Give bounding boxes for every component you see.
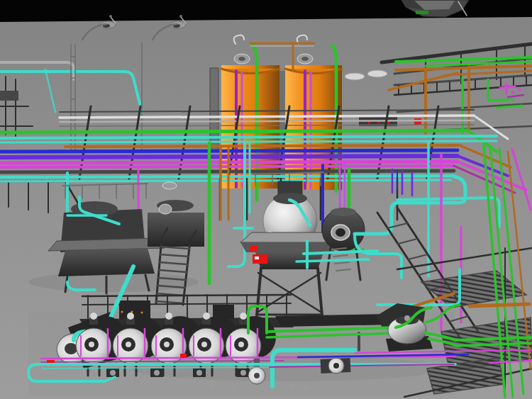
- sight-hole: [336, 228, 345, 237]
- copper-bottom-run: [470, 304, 529, 306]
- pipe-copper-main: [65, 145, 460, 147]
- plant-3d-viewport: [0, 0, 532, 399]
- dome-cap: [162, 182, 177, 189]
- pipe-cyan-main-2: [0, 141, 497, 142]
- pipe-magenta-main-2: [0, 166, 454, 167]
- mixer-skirt: [58, 248, 155, 276]
- red-marker-5: [180, 354, 187, 358]
- hopper-green-chute: [416, 11, 428, 14]
- mixer-body: [148, 213, 204, 247]
- red-marker-1: [250, 246, 257, 251]
- plant-3d-render: [0, 0, 532, 399]
- deck-cabinet-1: [119, 300, 150, 319]
- support-column: [210, 68, 218, 152]
- pump-unit: [321, 358, 351, 373]
- dome-port: [159, 204, 172, 214]
- pipe-green-main: [0, 130, 468, 133]
